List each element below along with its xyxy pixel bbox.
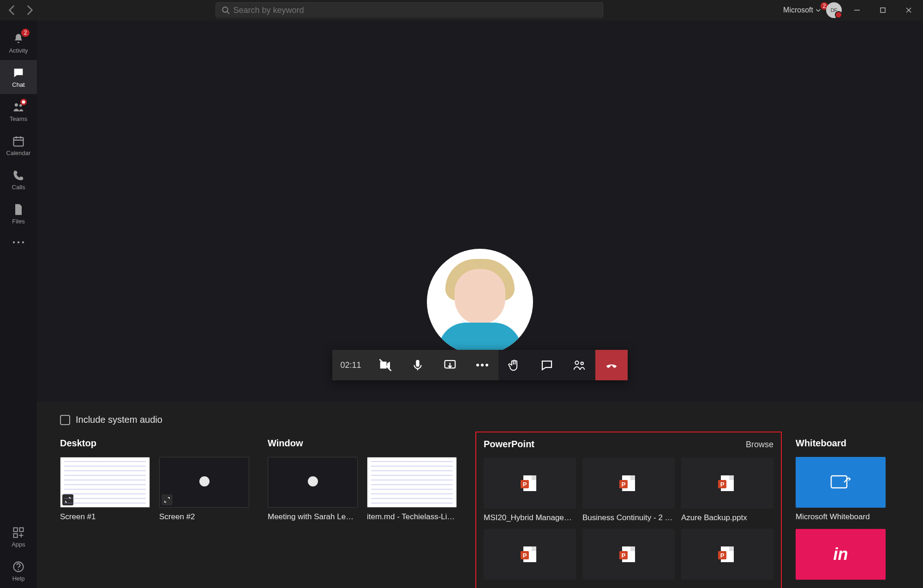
participant-avatar [427, 249, 533, 355]
expand-icon [162, 494, 173, 505]
powerpoint-browse-button[interactable]: Browse [746, 440, 773, 450]
rail-help[interactable]: Help [0, 554, 37, 588]
rail-activity[interactable]: Activity 2 [0, 26, 37, 60]
mic-toggle-button[interactable] [402, 350, 434, 380]
thumb-label: Screen #1 [60, 512, 150, 522]
powerpoint-icon [721, 475, 734, 491]
powerpoint-icon [523, 475, 536, 491]
svg-point-0 [222, 7, 228, 12]
ppt-file-3[interactable]: Azure Backup.pptx [681, 458, 773, 522]
powerpoint-icon [622, 475, 635, 491]
thumb-label: MSI20_Hybrid Managem... [484, 513, 576, 522]
svg-point-8 [22, 241, 24, 243]
search-input[interactable] [230, 6, 597, 15]
chat-icon [540, 358, 554, 372]
share-section-desktop: Desktop Screen #1 Screen #2 [60, 438, 254, 588]
people-icon [572, 358, 586, 372]
section-heading: Desktop [60, 438, 254, 449]
rail-label: Help [12, 575, 25, 582]
rail-label: Files [12, 218, 24, 225]
svg-point-17 [481, 364, 484, 366]
share-window-1[interactable]: Meeting with Sarah Lean ... [268, 457, 358, 522]
search-bar[interactable] [216, 2, 603, 18]
thumb-label: Meeting with Sarah Lean ... [268, 512, 358, 522]
thumb-label: Microsoft Whiteboard [796, 512, 886, 522]
apps-icon [12, 526, 25, 539]
participants-button[interactable] [563, 350, 595, 380]
rail-label: Calendar [6, 150, 31, 156]
meeting-chat-button[interactable] [531, 350, 563, 380]
avatar-initials: DF [831, 7, 838, 13]
rail-label: Apps [12, 541, 25, 548]
phone-icon [12, 169, 25, 182]
svg-point-2 [15, 103, 18, 106]
ppt-file-5[interactable] [582, 529, 675, 584]
ppt-file-6[interactable] [681, 529, 773, 584]
raise-hand-button[interactable] [498, 350, 531, 380]
ppt-file-1[interactable]: MSI20_Hybrid Managem... [484, 458, 576, 522]
powerpoint-icon [622, 546, 635, 562]
svg-rect-5 [14, 137, 24, 146]
ellipsis-icon [475, 358, 489, 372]
svg-point-6 [13, 241, 15, 243]
call-more-button[interactable] [466, 350, 498, 380]
svg-rect-10 [19, 528, 23, 531]
share-tray-icon [443, 358, 457, 372]
app-rail: Activity 2 Chat Teams Calendar Calls Fil… [0, 20, 37, 588]
rail-activity-badge: 2 [21, 29, 30, 37]
call-timer: 02:11 [332, 350, 369, 380]
hangup-button[interactable] [595, 350, 628, 380]
share-tray: Include system audio Desktop Screen #1 S… [37, 402, 923, 588]
share-toggle-button[interactable] [434, 350, 466, 380]
rail-label: Calls [12, 184, 25, 191]
share-screen-1[interactable]: Screen #1 [60, 457, 150, 522]
org-switcher[interactable]: Microsoft 2 [783, 6, 821, 14]
help-icon [12, 560, 25, 573]
share-screen-2[interactable]: Screen #2 [159, 457, 249, 522]
rail-chat[interactable]: Chat [0, 60, 37, 94]
ppt-file-4[interactable] [484, 529, 576, 584]
org-label: Microsoft [783, 6, 813, 14]
share-window-2[interactable]: item.md - Techielass-Linu... [367, 457, 457, 522]
svg-rect-9 [14, 528, 18, 531]
whiteboard-invision[interactable]: in [796, 529, 886, 580]
share-section-whiteboard: Whiteboard Microsoft Whiteboard in [796, 438, 886, 588]
svg-point-16 [476, 364, 479, 366]
rail-files[interactable]: Files [0, 197, 37, 231]
svg-point-19 [575, 361, 579, 365]
svg-point-4 [22, 101, 25, 104]
invision-icon: in [833, 545, 848, 564]
svg-point-18 [485, 364, 488, 366]
section-heading: Window [268, 438, 462, 449]
whiteboard-ms[interactable]: Microsoft Whiteboard [796, 457, 886, 522]
rail-calls[interactable]: Calls [0, 162, 37, 197]
chat-icon [12, 66, 25, 79]
title-bar: Microsoft 2 DF [0, 0, 923, 20]
thumb-label: item.md - Techielass-Linu... [367, 512, 457, 522]
call-stage: 02:11 [37, 20, 923, 402]
nav-forward-button[interactable] [23, 4, 35, 16]
rail-apps[interactable]: Apps [0, 520, 37, 554]
share-section-powerpoint: PowerPoint Browse MSI20_Hybrid Managem..… [475, 432, 782, 588]
file-icon [12, 203, 25, 216]
window-close-button[interactable] [898, 0, 919, 20]
camera-toggle-button[interactable] [369, 350, 402, 380]
rail-label: Chat [12, 81, 24, 88]
rail-calendar[interactable]: Calendar [0, 128, 37, 162]
svg-point-7 [18, 241, 19, 243]
system-audio-checkbox[interactable] [60, 415, 70, 425]
profile-avatar[interactable]: DF [826, 2, 842, 18]
search-icon [222, 6, 230, 14]
rail-teams[interactable]: Teams [0, 94, 37, 128]
calendar-icon [12, 135, 25, 148]
thumb-label: Business Continuity - 2 B... [582, 513, 675, 522]
share-section-window: Window Meeting with Sarah Lean ... item.… [268, 438, 462, 588]
chevron-down-icon [815, 7, 821, 13]
nav-back-button[interactable] [6, 4, 18, 16]
window-maximize-button[interactable] [872, 0, 893, 20]
rail-more-button[interactable] [0, 231, 37, 254]
window-minimize-button[interactable] [846, 0, 868, 20]
svg-rect-11 [14, 534, 18, 537]
ppt-file-2[interactable]: Business Continuity - 2 B... [582, 458, 675, 522]
svg-point-20 [581, 362, 584, 365]
